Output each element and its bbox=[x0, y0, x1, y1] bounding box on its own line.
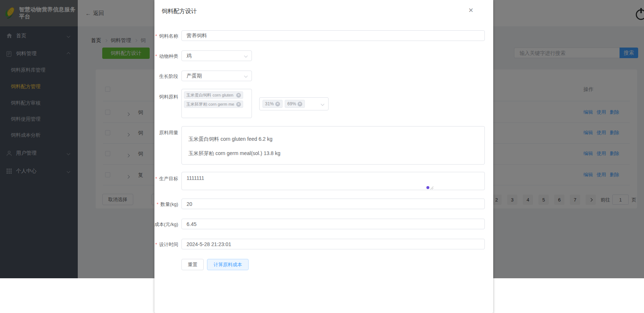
feed-formula-design-dialog: 饲料配方设计 ✕ 饲料名称 动物种类 鸡 生长阶段 产蛋期 饲料原料 bbox=[154, 0, 493, 313]
dialog-title: 饲料配方设计 bbox=[162, 8, 197, 15]
animal-species-label: 动物种类 bbox=[154, 53, 178, 60]
cost-input[interactable] bbox=[181, 219, 485, 229]
ingredients-label: 饲料原料 bbox=[154, 94, 178, 100]
growth-stage-label: 生长阶段 bbox=[154, 73, 178, 80]
ingredient-tag: 玉米胚芽粕 corn germ me... ✕ bbox=[184, 101, 243, 108]
ratio-multiselect[interactable]: 31% ✕ 69% ✕ bbox=[259, 97, 329, 110]
quantity-input[interactable] bbox=[181, 199, 485, 209]
production-target-textarea[interactable]: 1111111 bbox=[181, 172, 485, 190]
feed-name-label: 饲料名称 bbox=[154, 33, 178, 39]
cost-label: 成本(元/kg) bbox=[154, 221, 178, 228]
reset-button[interactable]: 重置 bbox=[181, 259, 204, 270]
ingredients-multiselect[interactable]: 玉米蛋白饲料 corn gluten ... ✕ 玉米胚芽粕 corn germ… bbox=[181, 89, 252, 118]
feed-name-input[interactable] bbox=[181, 30, 485, 41]
chevron-down-icon bbox=[244, 74, 248, 78]
ingredient-tag: 玉米蛋白饲料 corn gluten ... ✕ bbox=[184, 91, 243, 99]
resize-grip-icon[interactable] bbox=[430, 186, 433, 189]
calculate-cost-button[interactable]: 计算原料成本 bbox=[207, 259, 249, 270]
extension-dot-icon bbox=[426, 186, 429, 189]
design-time-input[interactable] bbox=[181, 239, 485, 249]
design-time-label: 设计时间 bbox=[154, 241, 178, 248]
chevron-down-icon bbox=[321, 102, 325, 106]
remove-tag-icon[interactable]: ✕ bbox=[298, 102, 302, 106]
production-target-label: 生产目标 bbox=[154, 176, 178, 182]
close-icon[interactable]: ✕ bbox=[468, 7, 474, 14]
usage-display-box: 玉米蛋白饲料 corn gluten feed 6.2 kg 玉米胚芽粕 cor… bbox=[181, 126, 485, 165]
quantity-label: 数量(kg) bbox=[154, 201, 178, 208]
usage-line: 玉米蛋白饲料 corn gluten feed 6.2 kg bbox=[188, 136, 478, 143]
growth-stage-select[interactable]: 产蛋期 bbox=[181, 71, 252, 81]
screen: 智慧动物营养信息服务平台 ← 返回 首页 bbox=[0, 0, 644, 313]
remove-tag-icon[interactable]: ✕ bbox=[275, 102, 280, 106]
animal-species-select[interactable]: 鸡 bbox=[181, 50, 252, 61]
remove-tag-icon[interactable]: ✕ bbox=[236, 93, 241, 98]
ratio-tag: 31% ✕ bbox=[262, 100, 283, 108]
ratio-tag: 69% ✕ bbox=[285, 100, 305, 108]
usage-line: 玉米胚芽粕 corn germ meal(sol.) 13.8 kg bbox=[188, 150, 478, 157]
remove-tag-icon[interactable]: ✕ bbox=[236, 102, 241, 107]
usage-label: 原料用量 bbox=[154, 129, 178, 136]
chevron-down-icon bbox=[244, 54, 248, 58]
